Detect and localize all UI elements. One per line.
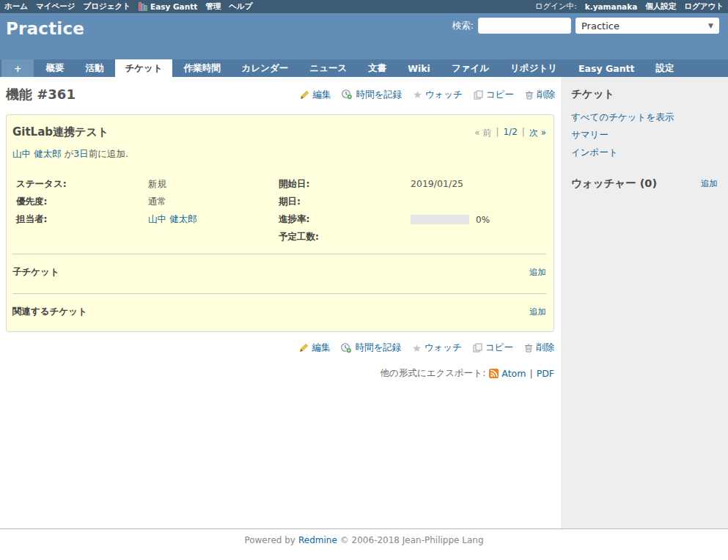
pagination-position[interactable]: 1/2 bbox=[503, 127, 517, 139]
delete-button-bottom[interactable]: 削除 bbox=[524, 342, 554, 354]
related-issues-title: 関連するチケット bbox=[12, 306, 87, 318]
pagination-prev: « 前 bbox=[474, 127, 491, 139]
atom-feed-icon bbox=[489, 369, 499, 378]
watch-button-bottom[interactable]: ★ ウォッチ bbox=[412, 342, 462, 354]
related-issues-section: 関連するチケット 追加 bbox=[12, 297, 546, 330]
tab-wiki[interactable]: Wiki bbox=[398, 59, 440, 77]
added-time-link[interactable]: 3日 bbox=[73, 148, 88, 159]
related-issues-add-link[interactable]: 追加 bbox=[529, 306, 546, 317]
due-date-value bbox=[411, 196, 546, 208]
watchers-title: ウォッチャー (0) bbox=[571, 177, 657, 191]
edit-button-bottom[interactable]: 編集 bbox=[299, 342, 330, 354]
clock-add-icon bbox=[342, 89, 353, 100]
progress-bar bbox=[411, 215, 469, 224]
issue-actions-top: 編集 時間を記録 ★ ウォッチ bbox=[300, 89, 555, 101]
divider bbox=[12, 254, 546, 254]
main-content: 機能 #361 編集 bbox=[0, 77, 561, 528]
top-menu-easy-gantt[interactable]: Easy Gantt bbox=[139, 2, 197, 11]
gantt-chart-icon bbox=[139, 2, 147, 11]
tab-easy-gantt[interactable]: Easy Gantt bbox=[569, 59, 644, 77]
pdf-link[interactable]: PDF bbox=[537, 368, 554, 379]
copy-button[interactable]: コピー bbox=[474, 89, 514, 101]
subtasks-section: 子チケット 追加 bbox=[12, 257, 546, 290]
pagination-next[interactable]: 次 » bbox=[529, 127, 546, 139]
tab-calendar[interactable]: カレンダー bbox=[232, 59, 298, 77]
edit-button[interactable]: 編集 bbox=[300, 89, 331, 101]
copy-button-bottom[interactable]: コピー bbox=[473, 342, 513, 354]
divider bbox=[12, 293, 546, 294]
pencil-icon bbox=[299, 343, 309, 353]
watchers-add-link[interactable]: 追加 bbox=[701, 178, 718, 189]
issue-pagination: « 前 | 1/2 | 次 » bbox=[474, 121, 546, 139]
priority-label: 優先度: bbox=[16, 196, 148, 208]
tab-new-object[interactable]: + bbox=[1, 59, 34, 77]
issue-attributes: ステータス: 新規 開始日: 2019/01/25 優先度: 通常 期日: 担当… bbox=[12, 178, 546, 251]
sidebar: チケット すべてのチケットを表示 サマリー インポート ウォッチャー (0) 追… bbox=[561, 77, 728, 528]
priority-value: 通常 bbox=[148, 196, 279, 208]
top-menu-home[interactable]: ホーム bbox=[4, 1, 28, 12]
star-icon: ★ bbox=[413, 90, 422, 99]
export-label: 他の形式にエクスポート: bbox=[380, 367, 486, 380]
tab-files[interactable]: ファイル bbox=[442, 59, 499, 77]
redmine-link[interactable]: Redmine bbox=[298, 535, 337, 560]
status-label: ステータス: bbox=[16, 178, 148, 191]
status-value: 新規 bbox=[148, 178, 279, 191]
copy-icon bbox=[473, 343, 482, 353]
issue-heading: 機能 #361 bbox=[6, 86, 76, 103]
tab-news[interactable]: ニュース bbox=[300, 59, 356, 77]
assignee-link[interactable]: 山中 健太郎 bbox=[148, 213, 196, 224]
progress-percent: 0% bbox=[476, 215, 490, 225]
log-time-button-bottom[interactable]: 時間を記録 bbox=[341, 342, 401, 354]
sidebar-link-import[interactable]: インポート bbox=[571, 147, 722, 159]
top-menu: ホーム マイページ プロジェクト Easy Gantt 管理 ヘルプ ログイン中… bbox=[0, 0, 728, 13]
footer: Powered by Redmine © 2006-2018 Jean-Phil… bbox=[0, 528, 728, 560]
main-menu: + 概要 活動 チケット 作業時間 カレンダー ニュース 文書 Wiki ファイ… bbox=[0, 59, 728, 77]
watchers-section: ウォッチャー (0) 追加 bbox=[571, 177, 722, 191]
tab-activity[interactable]: 活動 bbox=[76, 59, 113, 77]
top-menu-account[interactable]: 個人設定 bbox=[645, 1, 676, 12]
top-menu-easy-gantt-label[interactable]: Easy Gantt bbox=[150, 2, 197, 11]
tab-repository[interactable]: リポジトリ bbox=[501, 59, 567, 77]
delete-button[interactable]: 削除 bbox=[525, 89, 555, 101]
project-jump-select[interactable]: Practice ▼ bbox=[576, 18, 719, 34]
trash-icon bbox=[524, 343, 533, 353]
due-date-label: 期日: bbox=[279, 196, 411, 208]
top-menu-projects[interactable]: プロジェクト bbox=[83, 1, 130, 12]
issue-actions-bottom: 編集 時間を記録 ★ ウォッチ bbox=[6, 342, 554, 354]
logged-in-label: ログイン中: bbox=[535, 1, 577, 12]
tab-issues[interactable]: チケット bbox=[115, 59, 172, 77]
top-menu-my-page[interactable]: マイページ bbox=[36, 1, 75, 12]
sidebar-link-summary[interactable]: サマリー bbox=[571, 129, 722, 141]
copy-icon bbox=[474, 90, 483, 100]
subtasks-add-link[interactable]: 追加 bbox=[529, 267, 546, 278]
subtasks-title: 子チケット bbox=[12, 266, 59, 279]
issue-details-box: GitLab連携テスト « 前 | 1/2 | 次 » 山中 健太郎 が3日前に… bbox=[6, 114, 554, 332]
top-menu-admin[interactable]: 管理 bbox=[205, 1, 221, 12]
logged-in-user[interactable]: k.yamanaka bbox=[585, 2, 638, 11]
log-time-button[interactable]: 時間を記録 bbox=[342, 89, 402, 101]
tab-overview[interactable]: 概要 bbox=[36, 59, 73, 77]
watch-button[interactable]: ★ ウォッチ bbox=[413, 89, 463, 101]
search-input[interactable] bbox=[478, 18, 571, 34]
clock-add-icon bbox=[341, 343, 352, 353]
top-menu-help[interactable]: ヘルプ bbox=[229, 1, 252, 12]
top-menu-logout[interactable]: ログアウト bbox=[684, 1, 724, 12]
trash-icon bbox=[525, 90, 534, 100]
tab-settings[interactable]: 設定 bbox=[647, 59, 684, 77]
estimated-hours-label: 予定工数: bbox=[279, 231, 411, 243]
copyright-text: © 2006-2018 Jean-Philippe Lang bbox=[340, 535, 484, 560]
search-label: 検索: bbox=[452, 20, 474, 32]
project-select-value: Practice bbox=[581, 21, 619, 32]
atom-link[interactable]: Atom bbox=[489, 368, 526, 379]
star-icon: ★ bbox=[412, 344, 422, 353]
tab-time-entries[interactable]: 作業時間 bbox=[174, 59, 230, 77]
start-date-value: 2019/01/25 bbox=[411, 178, 546, 191]
estimated-hours-value bbox=[411, 231, 546, 243]
assignee-label: 担当者: bbox=[16, 213, 148, 226]
header: Practice 検索: Practice ▼ bbox=[0, 13, 728, 59]
author-link[interactable]: 山中 健太郎 bbox=[12, 148, 61, 159]
tab-documents[interactable]: 文書 bbox=[359, 59, 396, 77]
issue-author-line: 山中 健太郎 が3日前に追加. bbox=[12, 148, 546, 161]
sidebar-link-all-issues[interactable]: すべてのチケットを表示 bbox=[571, 111, 722, 124]
export-row: 他の形式にエクスポート: Atom | PDF bbox=[6, 367, 554, 380]
